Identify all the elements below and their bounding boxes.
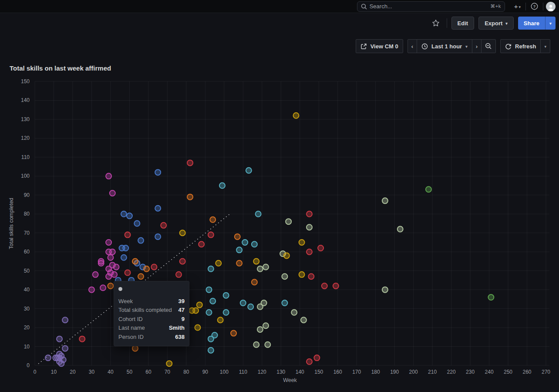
svg-text:120: 120 [21,135,30,141]
top-nav-bar: Search... ⌘+k + ▾ ? [0,0,559,13]
refresh-button-group: Refresh ▾ [500,39,550,53]
data-point [57,355,62,361]
tooltip-label: Week [118,298,133,304]
data-point [193,308,199,313]
data-point [79,336,85,342]
external-link-icon [360,43,367,50]
data-point [322,283,327,289]
edit-button-label: Edit [458,20,468,27]
time-shift-forward-button[interactable]: › [472,39,482,53]
svg-text:80: 80 [24,211,30,217]
svg-text:100: 100 [21,173,30,179]
edit-button[interactable]: Edit [451,17,475,30]
data-point [197,302,202,308]
data-point [155,169,161,175]
nav-divider [525,3,526,10]
data-point [242,240,248,245]
chevron-down-icon: ▾ [519,5,521,9]
data-point [45,355,51,361]
scatter-plot[interactable]: 0102030405060708090100110120130140150010… [0,0,559,392]
tooltip-value: 39 [178,298,185,304]
data-point [62,345,68,351]
favorite-button[interactable] [429,17,442,30]
view-cm-label: View CM 0 [370,43,398,50]
data-point [206,287,212,293]
data-point [257,304,263,310]
data-point [123,245,128,251]
data-point [306,249,312,255]
data-point [125,270,131,276]
tooltip-label: Person ID [118,334,144,340]
svg-text:190: 190 [390,369,399,375]
series-marker-icon [118,287,122,291]
zoom-out-time-button[interactable] [481,39,496,53]
view-cm-button[interactable]: View CM 0 [356,39,403,53]
new-button[interactable]: + ▾ [512,1,523,12]
chevron-down-icon: ▾ [505,21,508,26]
data-point [208,232,214,238]
share-menu-button[interactable]: ▾ [545,17,556,30]
tooltip-value: 638 [175,334,185,340]
refresh-interval-button[interactable]: ▾ [540,39,550,53]
data-point [219,183,225,189]
data-point [108,255,113,260]
data-point [138,274,144,279]
data-point [299,240,305,245]
chevron-down-icon: ▾ [549,21,552,26]
data-point [180,230,185,236]
svg-text:30: 30 [24,306,30,312]
data-point [108,283,113,289]
data-point [257,266,263,272]
data-point [113,264,119,270]
time-shift-back-button[interactable]: ‹ [407,39,417,53]
svg-text:0: 0 [34,369,37,375]
data-point [206,310,212,315]
data-point [155,234,161,240]
refresh-button[interactable]: Refresh [500,39,541,53]
share-button[interactable]: Share [518,17,545,30]
user-avatar[interactable] [546,2,556,11]
dashboard-toolbar: Edit Export ▾ Share ▾ [0,14,559,33]
data-point [488,294,494,300]
tooltip-rows: Week39Total skills completed47Cohort ID9… [118,297,185,341]
svg-text:Week: Week [283,377,297,383]
data-point [57,336,62,342]
svg-text:270: 270 [542,369,550,375]
time-range-picker[interactable]: Last 1 hour ▾ [417,39,472,53]
export-button[interactable]: Export ▾ [478,17,514,30]
svg-text:0: 0 [27,362,30,368]
data-point [93,272,98,277]
data-point [121,211,127,217]
data-point [282,274,287,279]
help-button[interactable]: ? [529,1,540,12]
svg-text:60: 60 [145,369,152,375]
svg-text:220: 220 [447,369,456,375]
data-point [263,264,269,270]
data-point [291,310,297,315]
tooltip-value: Smith [169,324,185,331]
data-point [176,272,182,277]
data-point [235,234,240,240]
search-input[interactable]: Search... ⌘+k [357,1,505,12]
chevron-down-icon: ▾ [544,44,546,49]
data-point [252,241,257,247]
data-point [301,317,306,323]
panel-title: Total skills on last week affirmed [10,64,111,72]
data-point [138,238,144,243]
data-point [382,198,388,203]
tooltip-row: Total skills completed47 [118,306,185,315]
data-point [282,300,287,306]
data-point [284,253,290,258]
svg-text:120: 120 [258,369,266,375]
data-point [426,186,431,192]
tooltip-header [118,285,185,293]
svg-text:20: 20 [70,369,76,375]
data-point [106,173,111,179]
data-point [111,272,117,277]
tooltip-value: 47 [178,307,185,313]
data-point [240,300,246,306]
star-icon [432,19,440,27]
search-icon [361,3,367,10]
export-button-label: Export [485,20,502,27]
data-point [127,213,132,219]
